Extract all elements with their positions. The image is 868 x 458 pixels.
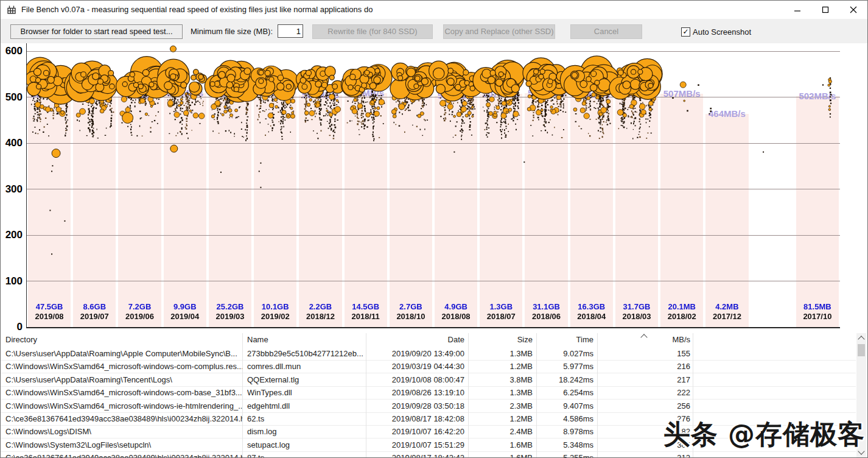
cell-mbs: 155 (597, 347, 690, 360)
scroll-up-icon[interactable] (859, 337, 864, 342)
column-separator (242, 333, 243, 457)
cell-size: 2.3MB (468, 400, 533, 412)
x-label-2017/12: 4.2MB2017/12 (704, 302, 749, 322)
x-date-label: 2018/06 (523, 312, 569, 322)
column-header-name[interactable]: Name (247, 333, 366, 347)
maximize-icon (822, 6, 829, 13)
close-button[interactable] (839, 1, 867, 19)
y-tick-400: 400 (1, 137, 23, 149)
x-size-label: 1.3GB (478, 302, 523, 312)
x-size-label: 81.5MB (795, 302, 840, 312)
table-row[interactable]: C:\Windows\WinSxS\amd64_microsoft-window… (1, 360, 856, 373)
table-row[interactable]: C:\Users\user\AppData\Roaming\Apple Comp… (1, 347, 856, 361)
y-tick-100: 100 (1, 275, 23, 287)
x-date-label: 2018/03 (614, 312, 659, 322)
x-date-label: 2018/10 (388, 312, 433, 322)
x-size-label: 20.1MB (659, 302, 704, 312)
x-date-label: 2019/02 (253, 312, 298, 322)
cell-name: comres.dll.mun (247, 360, 366, 373)
cell-size: 1.2MB (468, 412, 533, 425)
sort-ascending-icon (642, 335, 646, 340)
cell-time: 5.255ms (536, 451, 593, 458)
x-size-label: 2.2GB (298, 302, 343, 312)
cell-time: 6.254ms (536, 386, 593, 399)
cell-directory: C:\Windows\Logs\DISM\ (5, 425, 242, 438)
cell-name: 273bbb29e5c510b42771212eb... (247, 347, 366, 360)
table-row[interactable]: C:\Users\user\AppData\Roaming\Tencent\Lo… (1, 373, 856, 387)
cell-name: dism.log (247, 425, 366, 438)
x-label-2019/07: 8.6GB2019/07 (72, 302, 117, 322)
x-date-label: 2019/06 (117, 312, 162, 322)
column-header-size[interactable]: Size (468, 333, 533, 347)
y-tick-0: 0 (1, 321, 23, 333)
cell-directory: C:\Windows\WinSxS\amd64_microsoft-window… (5, 400, 242, 412)
x-size-label: 10.1GB (253, 302, 298, 312)
x-label-2018/06: 31.1GB2018/06 (523, 302, 569, 322)
cell-size: 2.4MB (468, 425, 533, 438)
cell-time: 18.242ms (536, 373, 593, 386)
column-header-directory[interactable]: Directory (5, 333, 242, 347)
app-window: File Bench v0.07a - measuring sequential… (0, 0, 868, 458)
y-tick-200: 200 (1, 229, 23, 241)
minimize-button[interactable] (783, 1, 811, 19)
cell-size: 1.3MB (468, 386, 533, 399)
cell-date: 2019/08/26 13:19:10 (366, 386, 464, 399)
x-size-label: 25.2GB (208, 302, 253, 312)
x-label-2018/08: 4.9GB2018/08 (433, 302, 478, 322)
minimum-file-size-input[interactable] (278, 24, 303, 38)
x-size-label: 9.9GB (163, 302, 208, 312)
scrollbar-thumb[interactable] (858, 344, 865, 356)
copy-replace-button[interactable]: Copy and Replace (other SSD) (443, 24, 555, 39)
x-size-label: 47.5GB (27, 302, 72, 312)
auto-screenshot-checkbox[interactable]: ✓ (681, 27, 690, 37)
x-date-label: 2018/02 (659, 312, 704, 322)
y-tick-600: 600 (1, 45, 23, 57)
cell-size: 1.6MB (468, 439, 533, 451)
column-header-time[interactable]: Time (536, 333, 593, 347)
browse-folder-button[interactable]: Browser for folder to start read speed t… (10, 24, 183, 39)
cell-date: 2019/09/20 13:49:00 (366, 347, 464, 360)
x-date-label: 2017/12 (704, 312, 749, 322)
x-size-label: 31.7GB (614, 302, 659, 312)
cell-date: 2019/08/17 18:42:08 (366, 412, 464, 425)
cancel-button[interactable]: Cancel (570, 24, 642, 39)
x-label-2018/10: 2.7GB2018/10 (388, 302, 433, 322)
cell-directory: C:\ce36e81367641ed3949acc38ae038489\hls\… (5, 412, 242, 425)
cell-mbs: 256 (597, 400, 690, 412)
table-row[interactable]: C:\Windows\WinSxS\amd64_microsoft-window… (1, 386, 856, 400)
minimum-file-size-label: Minimum file size (MB): (191, 24, 273, 39)
x-date-label: 2018/12 (298, 312, 343, 322)
cell-mbs: 222 (597, 386, 690, 399)
cell-date: 2019/10/08 08:00:47 (366, 373, 464, 386)
x-size-label: 16.3GB (569, 302, 614, 312)
x-label-2018/12: 2.2GB2018/12 (298, 302, 343, 322)
x-label-2018/03: 31.7GB2018/03 (614, 302, 659, 322)
x-label-2018/02: 20.1MB2018/02 (659, 302, 704, 322)
x-label-2019/06: 7.2GB2019/06 (117, 302, 162, 322)
cell-directory: C:\Users\user\AppData\Roaming\Tencent\Lo… (5, 373, 242, 386)
cell-date: 2019/03/19 04:44:30 (366, 360, 464, 373)
cell-time: 5.348ms (536, 439, 593, 451)
cell-time: 9.407ms (536, 400, 593, 412)
column-header-date[interactable]: Date (366, 333, 464, 347)
x-label-2019/08: 47.5GB2019/08 (27, 302, 72, 322)
cell-time: 4.586ms (536, 412, 593, 425)
minimize-icon (794, 6, 801, 13)
cell-time: 9.027ms (536, 347, 593, 360)
cell-size: 1.3MB (468, 347, 533, 360)
cell-size: 3.8MB (468, 373, 533, 386)
cell-time: 8.978ms (536, 425, 593, 438)
column-separator (468, 333, 469, 457)
table-row[interactable]: C:\Windows\WinSxS\amd64_microsoft-window… (1, 400, 856, 413)
x-date-label: 2017/10 (795, 312, 840, 322)
auto-screenshot-option[interactable]: ✓ Auto Screenshot (681, 26, 751, 37)
cell-name: 87.ts (247, 451, 366, 458)
cell-name: setupact.log (247, 439, 366, 451)
maximize-button[interactable] (811, 1, 839, 19)
column-separator (597, 333, 598, 457)
cell-date: 2019/08/17 18:42:42 (366, 451, 464, 458)
cell-date: 2019/09/28 03:50:18 (366, 400, 464, 412)
watermark: 头条 @存储极客 (663, 417, 865, 453)
rewrite-file-button[interactable]: Rewrite file (for 840 SSD) (312, 24, 433, 39)
cell-directory: C:\Windows\WinSxS\amd64_microsoft-window… (5, 360, 242, 373)
